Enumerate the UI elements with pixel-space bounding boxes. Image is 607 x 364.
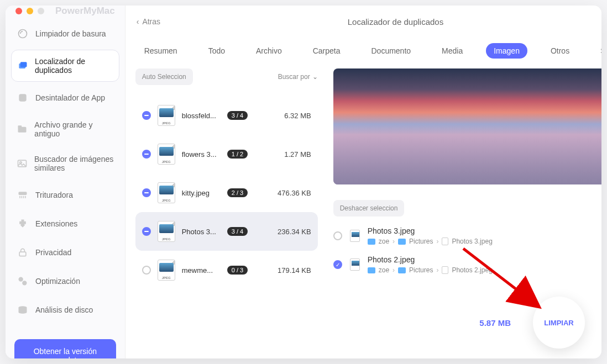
groups-toolbar: Auto Seleccion Buscar por⌄ — [135, 68, 318, 85]
file-group-row[interactable]: JPEG blossfeld... 3 / 4 6.32 MB — [135, 96, 318, 135]
duplicate-groups-list: JPEG blossfeld... 3 / 4 6.32 MB JPEG flo… — [135, 96, 318, 289]
close-window-icon[interactable] — [15, 8, 22, 14]
sidebar-item-label: Localizador de duplicados — [35, 57, 113, 75]
back-button[interactable]: ‹ Atras — [137, 17, 160, 26]
chevron-right-icon: › — [393, 238, 395, 245]
tab-summary[interactable]: Resumen — [137, 43, 185, 59]
group-select-radio[interactable] — [142, 150, 151, 159]
sidebar-item-app-uninstaller[interactable]: Desintalador de App — [11, 85, 119, 110]
svg-point-10 — [19, 277, 23, 282]
svg-rect-3 — [19, 94, 26, 101]
group-select-radio[interactable] — [142, 111, 151, 120]
file-name: flowers 3... — [182, 150, 221, 159]
tab-folder[interactable]: Carpeta — [305, 43, 348, 59]
tab-others[interactable]: Otros — [543, 43, 577, 59]
jpeg-file-icon: JPEG — [158, 182, 175, 203]
breadcrumb: zoe›Pictures›Photos 2.jpeg — [368, 266, 594, 274]
crumb-segment: zoe — [379, 238, 389, 245]
selection-count-badge: 3 / 4 — [227, 227, 248, 236]
file-group-row[interactable]: JPEG kitty.jpeg 2 / 3 476.36 KB — [135, 173, 318, 212]
sidebar-item-label: Desintalador de App — [35, 93, 105, 102]
titlebar: PowerMyMac — [6, 6, 125, 17]
chevron-right-icon: › — [436, 238, 438, 245]
jpeg-file-icon — [350, 259, 360, 271]
tab-selected[interactable]: Seleccionado — [593, 43, 601, 59]
app-window: PowerMyMac Limpiador de basura Localizad… — [6, 6, 601, 358]
chevron-left-icon: ‹ — [137, 17, 139, 26]
selection-count-badge: 2 / 3 — [227, 188, 248, 197]
chevron-down-icon: ⌄ — [312, 73, 318, 81]
sidebar-item-similar-images[interactable]: Buscador de imágenes similares — [11, 148, 119, 179]
optimization-icon — [17, 275, 29, 287]
maximize-window-icon[interactable] — [38, 8, 44, 14]
search-by-dropdown[interactable]: Buscar por⌄ — [278, 73, 318, 81]
duplicate-instance-row[interactable]: Photos 3.jpeg zoe›Pictures›Photos 3.jpeg… — [333, 226, 601, 245]
auto-select-button[interactable]: Auto Seleccion — [135, 68, 193, 85]
get-full-version-button[interactable]: Obtener la versión completa — [14, 339, 116, 358]
sidebar-item-junk-cleaner[interactable]: Limpiador de basura — [11, 21, 119, 46]
sidebar-item-label: Limpiador de basura — [35, 29, 106, 38]
breadcrumb: zoe›Pictures›Photos 3.jpeg — [368, 238, 594, 245]
file-size: 6.32 MB — [269, 112, 311, 120]
image-preview — [333, 68, 601, 184]
folder-icon — [368, 239, 375, 245]
sidebar-item-shredder[interactable]: Trituradora — [11, 182, 119, 208]
duplicate-finder-icon — [17, 60, 28, 72]
undo-selection-button[interactable]: Deshacer seleccion — [333, 200, 405, 217]
file-size: 179.14 KB — [269, 266, 311, 275]
instance-select-radio[interactable] — [333, 260, 342, 269]
jpeg-file-icon: JPEG — [158, 221, 175, 242]
filter-tabs: Resumen Todo Archivo Carpeta Documento M… — [125, 38, 601, 68]
folder-icon — [398, 239, 406, 245]
tab-archive[interactable]: Archivo — [248, 43, 290, 59]
sidebar-item-label: Análisis de disco — [35, 305, 93, 314]
svg-rect-2 — [20, 62, 27, 67]
crumb-segment: Photos 2.jpeg — [452, 266, 492, 274]
sidebar-item-disk-analysis[interactable]: Análisis de disco — [11, 297, 119, 323]
jpeg-file-icon: JPEG — [158, 105, 175, 126]
sidebar-item-extensions[interactable]: Extensiones — [11, 211, 119, 236]
sidebar-item-label: Extensiones — [35, 219, 77, 228]
instance-select-radio[interactable] — [333, 231, 342, 240]
crumb-segment: Pictures — [409, 238, 433, 245]
duplicate-groups-pane: Auto Seleccion Buscar por⌄ JPEG blossfel… — [135, 68, 318, 349]
tab-all[interactable]: Todo — [201, 43, 233, 59]
minimize-window-icon[interactable] — [27, 8, 33, 14]
tab-image[interactable]: Imagen — [486, 43, 527, 59]
file-group-row[interactable]: JPEG mewme... 0 / 3 179.14 KB — [135, 251, 318, 289]
chevron-right-icon: › — [436, 266, 438, 274]
extensions-icon — [17, 218, 29, 230]
sidebar-item-large-old-files[interactable]: Archivo grande y antiguo — [11, 114, 119, 145]
brand-label: PowerMyMac — [55, 6, 115, 17]
folder-icon — [398, 267, 406, 273]
file-group-row[interactable]: JPEG flowers 3... 1 / 2 1.27 MB — [135, 135, 318, 173]
tab-media[interactable]: Media — [434, 43, 470, 59]
chevron-right-icon: › — [393, 266, 395, 274]
jpeg-file-icon — [350, 230, 360, 242]
window-traffic-lights[interactable] — [15, 8, 44, 14]
svg-rect-5 — [18, 125, 22, 128]
duplicate-instance-row[interactable]: Photos 2.jpeg zoe›Pictures›Photos 2.jpeg… — [333, 255, 601, 274]
lock-icon — [17, 246, 29, 259]
group-select-radio[interactable] — [142, 227, 151, 236]
crumb-segment: Photos 3.jpeg — [452, 238, 492, 245]
tab-document[interactable]: Documento — [363, 43, 418, 59]
svg-rect-8 — [19, 192, 27, 195]
sidebar-nav: Limpiador de basura Localizador de dupli… — [6, 17, 125, 330]
footer: 5.87 MB LIMPIAR — [479, 297, 585, 349]
folder-icon — [368, 267, 375, 273]
sidebar-item-label: Privacidad — [35, 248, 71, 257]
jpeg-file-icon: JPEG — [158, 260, 175, 281]
sidebar-item-duplicate-finder[interactable]: Localizador de duplicados — [11, 50, 119, 82]
sidebar-item-label: Optimización — [35, 277, 80, 286]
header: ‹ Atras Localizador de duplicados ? — [125, 6, 601, 38]
file-group-row[interactable]: JPEG Photos 3... 3 / 4 236.34 KB — [135, 212, 318, 251]
large-files-icon — [17, 123, 28, 135]
group-select-radio[interactable] — [142, 266, 151, 275]
clean-button[interactable]: LIMPIAR — [533, 297, 585, 349]
crumb-segment: zoe — [379, 266, 389, 274]
group-select-radio[interactable] — [142, 188, 151, 197]
sidebar-item-optimization[interactable]: Optimización — [11, 268, 119, 294]
back-label: Atras — [142, 17, 160, 26]
sidebar-item-privacy[interactable]: Privacidad — [11, 240, 119, 265]
